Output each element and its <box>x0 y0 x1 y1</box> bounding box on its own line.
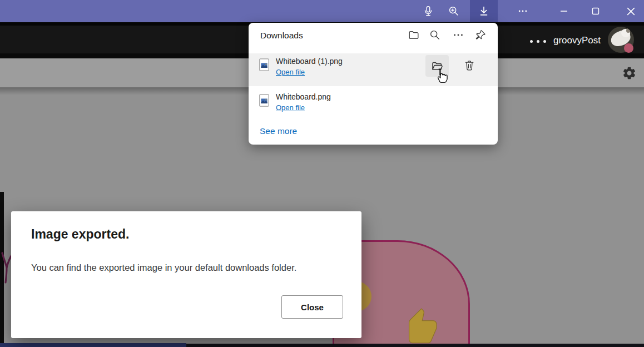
search-icon <box>429 29 441 41</box>
presence-badge <box>624 43 633 53</box>
image-file-icon <box>259 94 269 107</box>
pin-icon <box>474 29 487 41</box>
dialog-title: Image exported. <box>31 227 129 242</box>
search-downloads-button[interactable] <box>429 29 441 41</box>
delete-download-button[interactable] <box>463 60 475 72</box>
downloads-flyout: Downloads Whiteboard (1).png Open file <box>249 23 498 145</box>
more-options-icon <box>452 29 464 41</box>
zoom-in-icon <box>448 5 460 17</box>
image-exported-dialog: Image exported. You can find the exporte… <box>11 211 361 338</box>
open-file-link[interactable]: Open file <box>276 68 305 76</box>
downloads-button[interactable] <box>470 0 498 22</box>
download-filename: Whiteboard (1).png <box>276 57 343 66</box>
image-file-icon <box>259 58 269 71</box>
minimize-button[interactable] <box>554 0 574 22</box>
download-icon <box>478 5 490 17</box>
settings-button[interactable] <box>622 66 637 81</box>
close-window-button[interactable] <box>617 0 644 22</box>
maximize-icon <box>591 7 600 16</box>
browser-more-button[interactable] <box>513 0 533 22</box>
download-item[interactable]: Whiteboard (1).png Open file <box>249 53 498 86</box>
close-button[interactable]: Close <box>281 295 343 319</box>
open-downloads-folder-button[interactable] <box>408 29 420 41</box>
more-options-icon <box>517 6 528 17</box>
cursor-pointer <box>433 67 448 85</box>
bottom-edge-strip-accent <box>0 343 186 347</box>
pin-downloads-button[interactable] <box>474 29 487 41</box>
open-file-link[interactable]: Open file <box>276 103 305 112</box>
zoom-button[interactable] <box>444 0 464 22</box>
thumbs-up-sticker <box>397 304 438 347</box>
see-more-link[interactable]: See more <box>260 126 297 136</box>
trash-icon <box>463 60 475 72</box>
minimize-icon <box>559 7 568 16</box>
username-label: groovyPost <box>553 35 601 46</box>
microphone-button[interactable] <box>418 0 438 22</box>
microphone-icon <box>422 5 434 17</box>
window-titlebar <box>0 0 644 22</box>
app-more-options-icon[interactable] <box>530 40 546 43</box>
folder-icon <box>408 29 420 41</box>
gear-icon <box>622 66 637 81</box>
close-icon <box>626 7 636 16</box>
download-item[interactable]: Whiteboard.png Open file <box>249 89 498 120</box>
downloads-title: Downloads <box>260 31 303 41</box>
downloads-more-options-button[interactable] <box>452 29 464 41</box>
dialog-body-text: You can find the exported image in your … <box>31 262 346 273</box>
maximize-button[interactable] <box>586 0 606 22</box>
download-filename: Whiteboard.png <box>276 92 331 101</box>
